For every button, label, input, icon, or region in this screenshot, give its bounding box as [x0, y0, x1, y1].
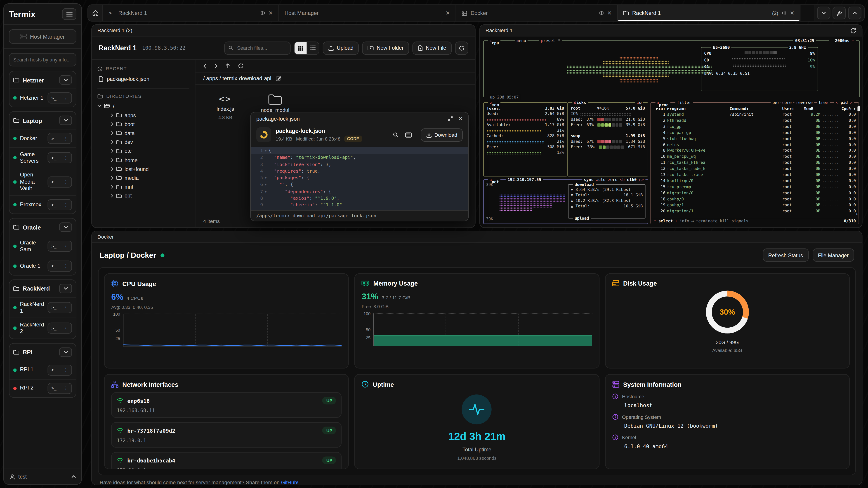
refresh-icon[interactable] [238, 63, 243, 68]
chevron-up-icon[interactable] [71, 475, 76, 478]
host-menu-button[interactable]: ⋮ [60, 200, 71, 210]
close-icon[interactable]: ✕ [445, 10, 450, 16]
host-menu-button[interactable]: ⋮ [60, 383, 71, 393]
host-menu-button[interactable]: ⋮ [60, 261, 71, 271]
host-terminal-button[interactable]: >_ [48, 93, 60, 103]
tree-directory-item[interactable]: lost+found [97, 164, 189, 173]
tab-racknerd1-terminal[interactable]: >_ RackNerd 1 ✕ [103, 5, 279, 21]
refresh-status-button[interactable]: Refresh Status [763, 249, 809, 262]
close-icon[interactable]: ✕ [790, 10, 794, 16]
split-icon[interactable] [599, 11, 604, 15]
file-item-indexjs[interactable]: <> index.js 4.3 KB [210, 94, 241, 120]
host-search-input[interactable] [9, 53, 76, 66]
host-menu-button[interactable]: ⋮ [60, 241, 71, 252]
tree-directory-item[interactable]: mnt [97, 182, 189, 191]
host-terminal-button[interactable]: >_ [48, 200, 60, 210]
tree-directory-item[interactable]: media [97, 173, 189, 182]
host-terminal-button[interactable]: >_ [48, 383, 60, 393]
sidebar-menu-button[interactable] [62, 8, 76, 20]
tree-directory-item[interactable]: opt [97, 191, 189, 200]
edit-path-icon[interactable] [276, 75, 281, 81]
host-item[interactable]: RPI 1 >_⋮ [9, 361, 76, 379]
tree-directory-item[interactable]: dev [97, 138, 189, 147]
expand-icon[interactable] [448, 116, 453, 121]
tabs-expand-button[interactable] [848, 6, 862, 19]
host-menu-button[interactable]: ⋮ [60, 153, 71, 163]
refresh-button[interactable] [455, 41, 468, 55]
forward-icon[interactable] [214, 63, 218, 68]
group-header[interactable]: Hetzner [9, 71, 76, 89]
host-menu-button[interactable]: ⋮ [60, 365, 71, 375]
tools-button[interactable] [833, 6, 846, 19]
group-header[interactable]: Oracle [9, 219, 76, 236]
host-terminal-button[interactable]: >_ [48, 241, 60, 252]
host-menu-button[interactable]: ⋮ [60, 93, 71, 103]
host-item[interactable]: Game Servers >_⋮ [9, 147, 76, 168]
host-manager-button[interactable]: Host Manager [9, 29, 76, 44]
search-in-file-icon[interactable] [393, 132, 398, 137]
grid-view-button[interactable] [295, 42, 307, 54]
list-view-button[interactable] [307, 42, 319, 54]
host-item[interactable]: Oracle 1 >_⋮ [9, 256, 76, 275]
tree-directory-item[interactable]: data [97, 129, 189, 138]
interface-item[interactable]: enp6s18 UP 192.168.68.11 [111, 392, 342, 418]
interface-item[interactable]: br-73718f7a09d2 UP 172.19.0.1 [111, 422, 342, 448]
host-item[interactable]: Hetzner 1 >_⋮ [9, 89, 76, 107]
terminal-screen[interactable]: 1cpu menu preset * 03:31:25 - 2000ms + u… [480, 37, 862, 227]
host-terminal-button[interactable]: >_ [48, 323, 60, 333]
group-header[interactable]: RackNerd [9, 280, 76, 297]
host-item[interactable]: Open Media Vault >_⋮ [9, 168, 76, 195]
sync-icon[interactable] [850, 27, 857, 33]
github-link[interactable]: GitHub! [281, 480, 298, 485]
collapse-group-button[interactable] [59, 116, 72, 125]
user-menu[interactable]: test [4, 468, 81, 484]
host-terminal-button[interactable]: >_ [48, 302, 60, 313]
host-item[interactable]: Oracle Sam >_⋮ [9, 236, 76, 257]
host-item[interactable]: RackNerd 2 >_⋮ [9, 318, 76, 338]
code-preview[interactable]: 1▾{2 "name": "termix-download-api",3 "lo… [251, 147, 468, 210]
collapse-group-button[interactable] [59, 75, 72, 85]
host-menu-button[interactable]: ⋮ [60, 302, 71, 313]
collapse-group-button[interactable] [59, 347, 72, 357]
interface-item[interactable]: br-d6abe1b5cab4 UP 172.20.0.1 [111, 452, 342, 469]
host-item[interactable]: Proxmox >_⋮ [9, 195, 76, 214]
process-list[interactable]: 1 systemd /sbin/init root 9.2M ....... 0… [651, 112, 859, 215]
collapse-group-button[interactable] [59, 284, 72, 293]
tree-directory-item[interactable]: apps [97, 111, 189, 120]
host-terminal-button[interactable]: >_ [48, 153, 60, 163]
tab-racknerd1-files[interactable]: RackNerd 1 (2) ✕ [618, 5, 800, 21]
home-button[interactable] [88, 5, 103, 21]
tree-root-item[interactable]: / [97, 101, 189, 111]
close-icon[interactable]: ✕ [607, 10, 612, 16]
host-item[interactable]: Docker >_⋮ [9, 129, 76, 147]
tree-directory-item[interactable]: home [97, 156, 189, 164]
download-button[interactable]: Download [421, 128, 463, 141]
tab-docker[interactable]: Docker ✕ [456, 5, 618, 21]
collapse-group-button[interactable] [59, 223, 72, 232]
host-item[interactable]: RackNerd 1 >_⋮ [9, 297, 76, 318]
host-menu-button[interactable]: ⋮ [60, 133, 71, 143]
host-terminal-button[interactable]: >_ [48, 177, 60, 187]
split-icon[interactable] [260, 11, 265, 15]
editor-icon[interactable] [405, 132, 412, 137]
tab-host-manager[interactable]: Host Manager ✕ [279, 5, 456, 21]
new-file-button[interactable]: New File [412, 41, 452, 55]
host-item[interactable]: RPI 2 >_⋮ [9, 379, 76, 397]
breadcrumb[interactable]: / apps / termix-download-api [203, 75, 271, 81]
recent-file-item[interactable]: package-lock.json [97, 74, 189, 84]
file-manager-button[interactable]: File Manager [812, 249, 854, 262]
tree-directory-item[interactable]: etc [97, 147, 189, 156]
file-search-input[interactable] [224, 41, 291, 55]
host-terminal-button[interactable]: >_ [48, 261, 60, 271]
group-header[interactable]: RPI [9, 344, 76, 361]
new-folder-button[interactable]: New Folder [362, 41, 409, 55]
host-menu-button[interactable]: ⋮ [60, 177, 71, 187]
tree-directory-item[interactable]: boot [97, 120, 189, 129]
close-icon[interactable]: ✕ [268, 10, 273, 16]
host-menu-button[interactable]: ⋮ [60, 323, 71, 333]
group-header[interactable]: Laptop [9, 112, 76, 129]
host-terminal-button[interactable]: >_ [48, 365, 60, 375]
upload-button[interactable]: Upload [323, 41, 359, 55]
back-icon[interactable] [203, 63, 207, 68]
close-icon[interactable]: ✕ [458, 116, 463, 122]
